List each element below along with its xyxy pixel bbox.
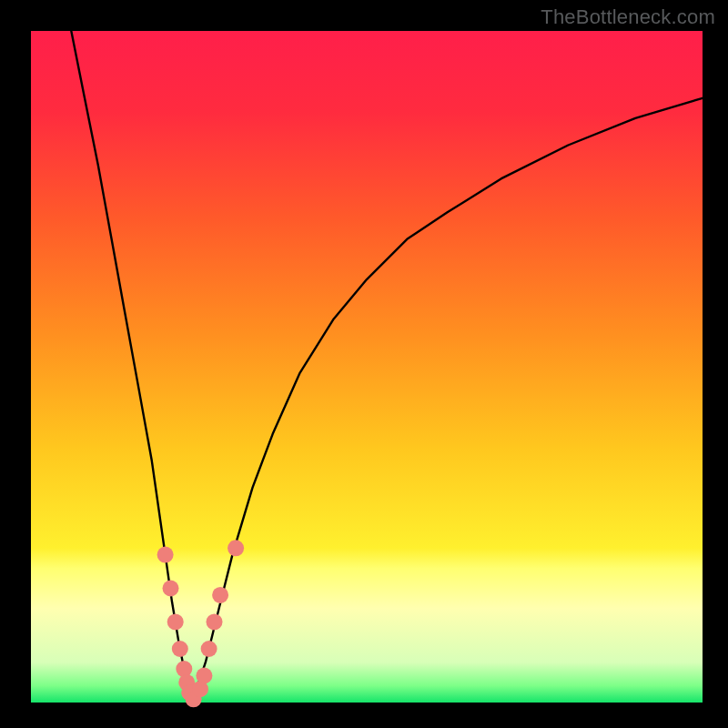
highlight-dot <box>207 613 223 630</box>
highlight-dot <box>201 641 217 657</box>
highlight-dot <box>163 581 179 597</box>
highlight-dot <box>157 547 174 563</box>
highlight-dot <box>196 668 212 684</box>
highlight-dot <box>212 587 228 603</box>
highlight-dot <box>172 641 188 657</box>
highlight-dot <box>167 613 184 630</box>
bottleneck-chart <box>0 0 728 728</box>
watermark-text: TheBottleneck.com <box>541 5 715 29</box>
highlight-dot <box>228 540 244 556</box>
